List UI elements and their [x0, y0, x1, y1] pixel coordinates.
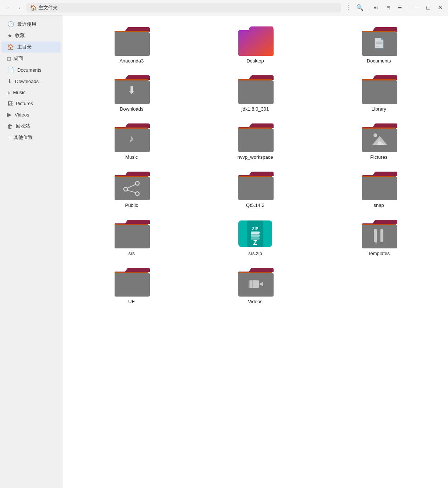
file-item-nvvp[interactable]: nvvp_workspace — [197, 119, 314, 164]
sidebar-label-desktop: 桌面 — [14, 55, 23, 62]
file-item-desktop[interactable]: Desktop — [197, 23, 314, 67]
file-label-srs: srs — [129, 251, 135, 256]
titlebar: ‹ › 🏠 主文件夹 ⋮ 🔍 ≡↕ ⊟ ☰ — □ ✕ — [0, 0, 448, 15]
sidebar-icon-desktop: □ — [7, 55, 11, 62]
sidebar-label-music: Music — [13, 90, 26, 95]
file-item-public[interactable]: Public — [73, 167, 190, 212]
svg-text:📄: 📄 — [373, 37, 385, 49]
sidebar-icon-videos: ▶ — [7, 111, 12, 118]
close-button[interactable]: ✕ — [435, 3, 445, 13]
svg-point-11 — [373, 133, 377, 137]
file-item-srszip[interactable]: ZIP Z srs.zip — [197, 215, 314, 260]
file-icon-templates — [361, 219, 397, 248]
sidebar-item-desktop[interactable]: □桌面 — [1, 53, 61, 64]
separator — [368, 4, 368, 11]
file-icon-anaconda3 — [113, 26, 150, 56]
sidebar-item-other[interactable]: +其他位置 — [1, 132, 61, 143]
file-item-documents[interactable]: 📄 Documents — [321, 23, 437, 67]
sidebar-item-bookmarks[interactable]: ★收藏 — [1, 30, 61, 41]
file-item-videos[interactable]: Videos — [197, 263, 314, 308]
back-button[interactable]: ‹ — [3, 3, 13, 13]
svg-text:⬇: ⬇ — [127, 85, 136, 96]
sidebar-item-recent[interactable]: 🕐最近使用 — [1, 19, 61, 30]
svg-rect-32 — [380, 229, 383, 242]
file-item-downloads[interactable]: ⬇ Downloads — [73, 71, 190, 115]
file-label-qt: Qt5.14.2 — [246, 202, 264, 208]
file-icon-ue — [113, 267, 150, 297]
file-icon-public — [113, 171, 150, 200]
file-item-jdk[interactable]: jdk1.8.0_301 — [197, 71, 314, 115]
file-icon-videos — [237, 267, 274, 297]
file-icon-jdk — [237, 75, 274, 104]
file-item-pictures[interactable]: Pictures — [321, 119, 437, 164]
file-item-qt[interactable]: Qt5.14.2 — [197, 167, 314, 212]
separator2 — [408, 4, 408, 11]
sidebar-item-pictures[interactable]: 🖼Pictures — [1, 98, 61, 109]
path-bar[interactable]: 🏠 主文件夹 — [26, 3, 341, 12]
sidebar-item-music[interactable]: ♪Music — [1, 87, 61, 98]
minimize-button[interactable]: — — [411, 3, 422, 13]
maximize-button[interactable]: □ — [423, 3, 433, 13]
file-label-anaconda3: Anaconda3 — [119, 58, 144, 64]
file-label-documents: Documents — [367, 58, 391, 64]
sidebar-item-home[interactable]: 🏠主目录 — [1, 42, 61, 53]
sidebar-icon-music: ♪ — [7, 89, 10, 96]
file-icon-srszip: ZIP Z — [237, 219, 274, 248]
file-icon-pictures — [361, 123, 397, 152]
file-label-pictures: Pictures — [370, 154, 387, 160]
file-label-videos: Videos — [248, 299, 263, 304]
sidebar-icon-recent: 🕐 — [7, 21, 14, 28]
home-icon: 🏠 — [30, 5, 36, 11]
file-item-ue[interactable]: UE — [73, 263, 190, 308]
sidebar: 🕐最近使用★收藏🏠主目录□桌面📄Documents⬇Downloads♪Musi… — [0, 15, 62, 488]
file-icon-desktop — [237, 26, 274, 56]
file-item-srs[interactable]: srs — [73, 215, 190, 260]
file-label-jdk: jdk1.8.0_301 — [242, 106, 269, 112]
sidebar-icon-bookmarks: ★ — [7, 32, 12, 39]
file-label-ue: UE — [128, 299, 135, 304]
sidebar-item-downloads[interactable]: ⬇Downloads — [1, 76, 61, 87]
svg-text:Z: Z — [253, 239, 257, 246]
forward-button[interactable]: › — [14, 3, 24, 13]
file-item-library[interactable]: Library — [321, 71, 437, 115]
file-icon-music: ♪ — [113, 123, 150, 152]
main-layout: 🕐最近使用★收藏🏠主目录□桌面📄Documents⬇Downloads♪Musi… — [0, 15, 448, 488]
svg-text:ZIP: ZIP — [252, 226, 258, 231]
file-label-library: Library — [372, 106, 386, 112]
sidebar-item-videos[interactable]: ▶Videos — [1, 109, 61, 120]
sidebar-label-home: 主目录 — [17, 44, 32, 50]
sidebar-icon-trash: 🗑 — [7, 123, 13, 129]
path-text: 主文件夹 — [39, 4, 58, 11]
view-list-button[interactable]: ≡↕ — [371, 3, 382, 13]
sidebar-icon-pictures: 🖼 — [7, 100, 13, 107]
svg-rect-31 — [374, 229, 377, 242]
file-icon-downloads: ⬇ — [113, 75, 150, 104]
file-item-templates[interactable]: Templates — [321, 215, 437, 260]
file-label-music: Music — [125, 154, 138, 160]
file-area: Anaconda3 Desktop 📄 Documents ⬇ Download… — [62, 15, 448, 488]
file-icon-documents: 📄 — [361, 26, 397, 56]
view-icon-button[interactable]: ☰ — [395, 3, 405, 13]
sidebar-icon-home: 🏠 — [7, 44, 14, 50]
menu-button[interactable]: ⋮ — [343, 3, 353, 13]
file-grid: Anaconda3 Desktop 📄 Documents ⬇ Download… — [73, 23, 437, 308]
file-item-music[interactable]: ♪ Music — [73, 119, 190, 164]
file-item-snap[interactable]: snap — [321, 167, 437, 212]
sidebar-item-documents[interactable]: 📄Documents — [1, 64, 61, 75]
file-label-snap: snap — [374, 202, 384, 208]
search-button[interactable]: 🔍 — [355, 3, 365, 13]
file-label-nvvp: nvvp_workspace — [238, 154, 273, 160]
file-label-srszip: srs.zip — [248, 251, 262, 256]
sidebar-label-videos: Videos — [15, 112, 29, 118]
file-label-desktop: Desktop — [246, 58, 264, 64]
svg-text:♪: ♪ — [129, 133, 134, 144]
file-label-downloads: Downloads — [120, 106, 143, 112]
nav-buttons: ‹ › — [3, 3, 24, 13]
sidebar-item-trash[interactable]: 🗑回收站 — [1, 121, 61, 132]
file-icon-library — [361, 75, 397, 104]
file-item-anaconda3[interactable]: Anaconda3 — [73, 23, 190, 67]
view-toggle-button[interactable]: ⊟ — [383, 3, 393, 13]
file-label-templates: Templates — [368, 251, 390, 256]
svg-rect-36 — [249, 280, 259, 288]
file-icon-snap — [361, 171, 397, 200]
